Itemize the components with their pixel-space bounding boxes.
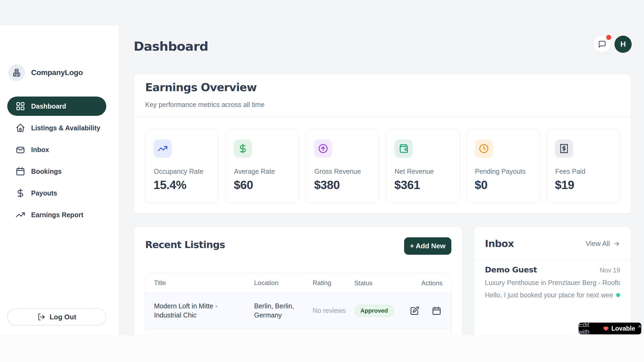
earnings-subtitle: Key performance metrics across all time (145, 101, 265, 109)
logout-icon (37, 313, 45, 321)
receipt-icon (555, 139, 573, 158)
sidebar-item-label: Payouts (31, 189, 57, 197)
notification-dot (606, 35, 611, 40)
column-header-title: Title (154, 279, 254, 287)
wallet-icon (394, 139, 413, 158)
sidebar-item-earnings-report[interactable]: Earnings Report (7, 205, 106, 224)
sidebar-item-bookings[interactable]: Bookings (7, 162, 106, 181)
metric-label: Fees Paid (555, 168, 586, 175)
add-new-button[interactable]: + Add New (404, 237, 451, 255)
trending-up-icon (153, 139, 172, 158)
circle-arrow-up-icon (314, 139, 332, 158)
unread-dot (616, 293, 620, 297)
earnings-title: Earnings Overview (145, 81, 257, 94)
inbox-tray-icon (16, 145, 25, 154)
messages-button[interactable] (594, 36, 611, 53)
metric-row: Occupancy Rate 15.4% Average Rate $60 Gr… (145, 129, 620, 203)
metric-value: $380 (314, 178, 340, 192)
sidebar-item-label: Bookings (31, 168, 62, 175)
earnings-overview-card: Earnings Overview Key performance metric… (134, 74, 631, 214)
dollar-icon (16, 188, 25, 198)
metric-average-rate: Average Rate $60 (225, 129, 299, 203)
metric-label: Pending Payouts (475, 168, 526, 175)
metric-label: Gross Revenue (314, 168, 361, 175)
metric-label: Average Rate (234, 168, 275, 175)
trending-up-icon (16, 210, 25, 220)
lovable-heart-icon (603, 325, 609, 332)
listing-title: Modern Loft in Mitte - Industrial Chic (154, 302, 254, 320)
metric-value: 15.4% (153, 178, 186, 192)
inbox-message-item[interactable]: Demo Guest Nov 19 Luxury Penthouse in Pr… (485, 265, 620, 299)
calendar-icon[interactable] (432, 306, 441, 316)
table-row: Modern Loft in Mitte - Industrial Chic B… (145, 293, 451, 329)
sidebar-item-listings[interactable]: Listings & Availability (7, 118, 106, 138)
metric-value: $0 (475, 178, 488, 192)
calendar-icon (16, 167, 25, 176)
recent-listings-title: Recent Listings (145, 239, 225, 250)
sidebar-item-inbox[interactable]: Inbox (7, 140, 106, 159)
message-preview: Hello, I just booked your place for next… (485, 291, 613, 299)
message-sender: Demo Guest (485, 265, 537, 274)
metric-label: Occupancy Rate (154, 168, 203, 175)
inbox-title: Inbox (485, 238, 514, 249)
dollar-icon (234, 139, 252, 158)
sidebar-nav: Dashboard Listings & Availability Inbox … (7, 97, 106, 224)
logo-text: CompanyLogo (31, 68, 83, 77)
message-date: Nov 19 (600, 267, 620, 274)
metric-net-revenue: Net Revenue $361 (386, 129, 460, 203)
metric-value: $361 (394, 178, 420, 192)
edit-with-lovable-badge[interactable]: Edit with Lovable × (579, 323, 641, 334)
sidebar-item-label: Dashboard (31, 102, 66, 110)
message-subject: Luxury Penthouse in Prenzlauer Berg - Ro… (485, 279, 620, 287)
table-row-partial (145, 329, 451, 335)
sidebar-item-payouts[interactable]: Payouts (7, 183, 106, 203)
clock-icon (475, 139, 493, 158)
chat-bubble-icon (598, 40, 606, 48)
header-actions: H (594, 36, 632, 53)
divider (134, 117, 631, 117)
column-header-location: Location (254, 279, 313, 287)
metric-label: Net Revenue (395, 168, 434, 175)
table-header-row: Title Location Rating Status Actions (145, 274, 451, 293)
app-viewport: CompanyLogo Dashboard Listings & Availab… (0, 0, 644, 335)
listing-status: Approved (354, 305, 407, 317)
sidebar-item-label: Listings & Availability (31, 124, 100, 132)
recent-listings-card: Recent Listings + Add New Title Location… (134, 227, 462, 335)
metric-occupancy-rate: Occupancy Rate 15.4% (145, 129, 219, 203)
logout-label: Log Out (50, 313, 76, 321)
badge-prefix: Edit with (579, 321, 601, 336)
main-content: Dashboard H Earnings Overview Key perfor… (119, 25, 644, 335)
sidebar-item-label: Inbox (31, 146, 49, 154)
avatar[interactable]: H (614, 36, 632, 53)
column-header-rating: Rating (313, 279, 354, 287)
metric-fees-paid: Fees Paid $19 (547, 129, 620, 203)
edit-icon[interactable] (410, 306, 419, 316)
page-title: Dashboard (134, 39, 208, 54)
inbox-header: Inbox View All (485, 238, 620, 249)
listings-table: Title Location Rating Status Actions Mod… (145, 273, 451, 335)
company-logo-icon (8, 64, 25, 81)
listing-location: Berlin, Berlin, Germany (254, 302, 313, 320)
close-icon[interactable]: × (638, 323, 641, 330)
logo: CompanyLogo (8, 64, 83, 81)
sidebar-item-label: Earnings Report (31, 211, 83, 219)
column-header-status: Status (354, 279, 407, 287)
column-header-actions: Actions (407, 279, 442, 287)
divider (474, 260, 631, 261)
status-badge: Approved (354, 305, 394, 317)
sidebar: CompanyLogo Dashboard Listings & Availab… (0, 25, 119, 335)
metric-pending-payouts: Pending Payouts $0 (466, 129, 540, 203)
inbox-card: Inbox View All Demo Guest Nov 19 Luxury … (474, 227, 631, 335)
arrow-right-icon (613, 240, 620, 247)
home-icon (16, 123, 25, 133)
sidebar-item-dashboard[interactable]: Dashboard (7, 97, 106, 116)
view-all-link[interactable]: View All (586, 239, 620, 248)
grid-icon (16, 101, 25, 111)
listing-actions (407, 306, 442, 316)
listing-rating: No reviews (313, 306, 354, 315)
view-all-label: View All (586, 239, 610, 248)
metric-value: $19 (555, 178, 574, 192)
logout-button[interactable]: Log Out (7, 308, 106, 326)
metric-gross-revenue: Gross Revenue $380 (306, 129, 379, 203)
badge-brand: Lovable (611, 325, 635, 332)
